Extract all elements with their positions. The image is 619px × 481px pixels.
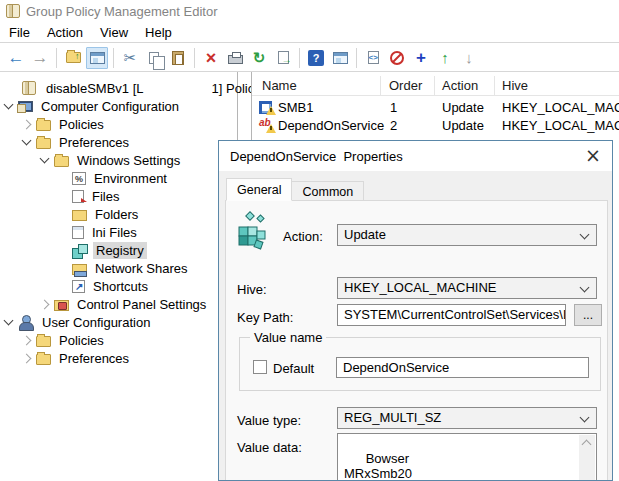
tree-item-registry[interactable]: Registry [72,241,147,259]
menu-view[interactable]: View [100,25,128,40]
chevron-expanded-icon[interactable] [22,136,32,146]
block-icon[interactable] [386,47,408,69]
print-icon[interactable] [224,47,246,69]
folders-icon [72,210,87,221]
refresh-icon[interactable]: ↻ [248,47,270,69]
tree-item-ini-files[interactable]: Ini Files [72,223,140,241]
tree-item-files[interactable]: Files [72,187,122,205]
dialog-title: DependOnService Properties [230,149,403,164]
tab-general[interactable]: General [226,178,292,201]
chevron-collapsed-icon[interactable] [40,299,50,309]
column-header-order[interactable]: Order [389,78,422,93]
table-row[interactable]: DependOnService 2 Update HKEY_LOCAL_MAC.… [252,117,619,135]
cell-order: 1 [390,100,397,115]
tree-item-policies-computer[interactable]: Policies [23,115,107,133]
tree-item-label: Policies [56,116,107,133]
delete-icon[interactable]: × [200,47,222,69]
tree-item-folders[interactable]: Folders [72,205,141,223]
scroll-up-icon[interactable] [582,440,592,450]
chevron-collapsed-icon[interactable] [22,119,32,129]
add-icon[interactable]: + [410,47,432,69]
action-value: Update [344,227,386,242]
tree-item-preferences-computer[interactable]: Preferences [23,133,132,151]
value-data-input[interactable]: Bowser MRxSmb20 NSI [337,433,597,481]
tree-item-windows-settings[interactable]: Windows Settings [41,151,183,169]
hive-label: Hive: [237,282,267,297]
tree-item-network-shares[interactable]: Network Shares [72,259,190,277]
chevron-collapsed-icon[interactable] [22,353,32,363]
forward-icon[interactable]: → [29,47,51,69]
ini-files-icon [72,226,84,239]
up-one-level-icon[interactable]: ↑ [62,47,84,69]
tree-item-label: Environment [91,170,170,187]
cut-icon[interactable]: ✂ [119,47,141,69]
tree-item-user-configuration[interactable]: User Configuration [5,313,153,331]
column-header-hive[interactable]: Hive [502,78,528,93]
action-select[interactable]: Update [337,224,597,246]
dialog-title-bar: DependOnService Properties × [219,141,612,171]
show-console-tree-icon[interactable] [86,47,108,69]
move-up-icon[interactable]: ↑ [434,47,456,69]
tree-item-control-panel-settings[interactable]: Control Panel Settings [41,295,209,313]
value-data-text: Bowser MRxSmb20 NSI [344,451,412,481]
column-separator[interactable] [380,76,381,96]
browse-button[interactable]: ... [574,304,602,326]
tree-item-label: Preferences [56,134,132,151]
value-name-input[interactable]: DependOnService [336,357,589,378]
column-header-action[interactable]: Action [442,78,478,93]
menu-help[interactable]: Help [145,25,172,40]
chevron-expanded-icon[interactable] [40,154,50,164]
column-separator[interactable] [434,76,435,96]
close-icon[interactable]: × [582,144,604,166]
chevron-expanded-icon[interactable] [4,100,14,110]
hive-select[interactable]: HKEY_LOCAL_MACHINE [337,277,597,299]
chevron-collapsed-icon[interactable] [22,335,32,345]
chevron-down-icon [580,230,590,240]
toolbar-separator [356,48,357,68]
back-icon[interactable]: ← [5,47,27,69]
menu-action[interactable]: Action [47,25,83,40]
xml-view-icon[interactable]: <> [362,47,384,69]
environment-icon: % [72,172,86,185]
window-title: Group Policy Management Editor [26,4,217,19]
tree-item-label: Windows Settings [74,152,183,169]
tree-item-shortcuts[interactable]: ↗ Shortcuts [72,277,151,295]
key-path-label: Key Path: [237,310,293,325]
value-data-label: Value data: [237,440,302,455]
title-bar: Group Policy Management Editor [0,0,619,22]
copy-icon[interactable] [143,47,165,69]
value-type-select[interactable]: REG_MULTI_SZ [337,407,597,429]
column-separator[interactable] [494,76,495,96]
move-down-icon[interactable]: ↓ [458,47,480,69]
menu-bar: File Action View Help [0,22,619,43]
tab-common[interactable]: Common [292,181,364,201]
cell-name: DependOnService [278,118,384,133]
chevron-expanded-icon[interactable] [4,316,14,326]
menu-file[interactable]: File [9,25,30,40]
chevron-down-icon [580,283,590,293]
table-row[interactable]: SMB1 1 Update HKEY_LOCAL_MAC... [252,99,619,117]
cell-name: SMB1 [278,100,313,115]
toolbar-separator [56,48,57,68]
registry-cubes-icon [233,211,271,253]
tree-item-root-policy[interactable]: disableSMBv1 [L 1] Policy [22,79,264,97]
help-icon[interactable]: ? [305,47,327,69]
scrollbar[interactable] [579,435,595,480]
shortcuts-icon: ↗ [72,280,85,293]
tree-item-policies-user[interactable]: Policies [23,331,107,349]
tree-item-label: Preferences [56,350,132,367]
key-path-input[interactable]: SYSTEM\CurrentControlSet\Services\Lanman… [337,304,566,326]
export-list-icon[interactable]: → [272,47,294,69]
default-checkbox[interactable] [253,360,267,374]
tree-item-label: Computer Configuration [38,98,182,115]
paste-icon[interactable] [167,47,189,69]
value-name-group-label: Value name [250,330,326,345]
column-header-name[interactable]: Name [262,78,297,93]
computer-icon [18,101,33,112]
tree-item-environment[interactable]: % Environment [72,169,170,187]
properties-window-icon[interactable] [329,47,351,69]
tree-item-preferences-user[interactable]: Preferences [23,349,132,367]
tree-item-label: Ini Files [89,224,140,241]
gpo-scroll-icon [6,4,20,18]
tree-item-computer-configuration[interactable]: Computer Configuration [5,97,182,115]
